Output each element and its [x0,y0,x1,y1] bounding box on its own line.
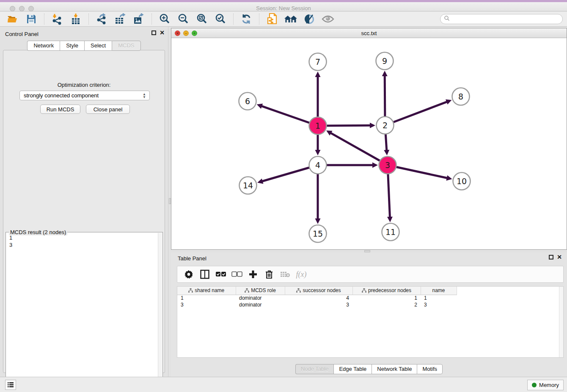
unselect-all-icon[interactable] [229,267,245,282]
svg-text:8: 8 [458,92,463,101]
svg-text:10: 10 [457,177,467,186]
cell[interactable]: 3 [421,301,457,308]
network-graph[interactable]: 7968124314101511 [171,38,567,249]
node-4[interactable]: 4 [309,157,327,174]
application-window: Session: New Session [0,0,567,392]
node-8[interactable]: 8 [452,88,470,105]
cell[interactable]: dominator [236,301,285,308]
cell[interactable]: dominator [236,295,285,301]
add-column-icon[interactable] [245,267,261,282]
column-header-name[interactable]: name [421,287,457,295]
select-stepper-icon: ▲▼ [142,92,147,99]
column-header-successor-nodes[interactable]: successor nodes [285,287,352,295]
delete-column-icon[interactable] [261,267,277,282]
cell[interactable]: 2 [352,301,421,308]
mcds-result-scrollbar[interactable] [158,233,162,391]
node-table[interactable]: shared nameMCDS rolesuccessor nodesprede… [177,286,564,358]
cell[interactable]: 3 [285,301,352,308]
node-1[interactable]: 1 [309,117,327,135]
open-session-icon[interactable] [3,12,22,26]
eye-icon[interactable] [319,12,337,26]
node-9[interactable]: 9 [376,52,394,70]
tab-network[interactable]: Network [27,41,60,51]
zoom-out-icon[interactable] [174,12,193,26]
cell[interactable]: 4 [285,295,352,301]
svg-text:1: 1 [315,121,320,130]
optimization-criterion-label: Optimization criterion: [3,82,165,88]
export-table-icon[interactable] [111,12,129,26]
arrowhead-icon [257,179,263,184]
table-row[interactable]: 3dominator323 [177,301,457,308]
network-canvas[interactable]: 7968124314101511 [171,38,567,249]
close-panel-button[interactable]: Close panel [86,105,130,114]
titlebar[interactable]: Session: New Session [0,2,567,11]
table-header-row: shared nameMCDS rolesuccessor nodesprede… [177,287,457,295]
column-header-MCDS-role[interactable]: MCDS role [236,287,285,295]
arrowhead-icon [315,150,321,155]
task-history-button[interactable] [5,380,16,390]
table-scrollbar[interactable] [559,287,563,357]
settings-gear-icon[interactable] [181,267,197,282]
import-network-icon[interactable] [48,12,66,26]
import-table-icon[interactable] [66,12,85,26]
tab-motifs[interactable]: Motifs [417,364,443,374]
node-7[interactable]: 7 [309,53,327,71]
search-input[interactable] [440,14,563,24]
table-panel-tabs: Node TableEdge TableNetwork TableMotifs [171,364,567,374]
network-window-titlebar[interactable]: ✕ − + scc.txt [171,28,567,38]
column-header-predecessor-nodes[interactable]: predecessor nodes [352,287,421,295]
tab-select[interactable]: Select [84,41,112,51]
node-6[interactable]: 6 [239,93,256,110]
select-all-icon[interactable] [213,267,229,282]
node-2[interactable]: 2 [377,117,394,134]
edge-2-8[interactable] [385,102,447,125]
node-11[interactable]: 11 [382,224,399,241]
arrowhead-icon [382,71,388,76]
tab-network-table[interactable]: Network Table [372,364,417,374]
horizontal-splitter[interactable] [171,250,567,253]
run-mcds-button[interactable]: Run MCDS [40,105,80,114]
tab-node-table[interactable]: Node Table [295,364,334,374]
homes-icon[interactable] [281,12,300,26]
edge-3-1[interactable] [330,133,388,165]
refresh-icon[interactable] [237,12,256,26]
table-panel: Table Panel ✕ [171,253,567,377]
float-panel-icon[interactable] [151,30,156,35]
splitter-handle[interactable] [364,250,370,252]
mcds-panel: Optimization criterion: strongly connect… [3,50,165,373]
export-image-icon[interactable] [129,12,148,26]
tab-mcds[interactable]: MCDS [112,41,140,51]
save-session-icon[interactable] [22,12,41,26]
split-panel-icon[interactable] [197,267,213,282]
hide-labels-icon[interactable] [300,12,319,26]
node-15[interactable]: 15 [309,225,327,243]
function-builder-icon: f(x) [293,267,309,282]
cell[interactable]: 1 [177,295,236,301]
vertical-splitter[interactable] [168,27,171,377]
zoom-fit-icon[interactable] [193,12,211,26]
table-row[interactable]: 1dominator411 [177,295,457,301]
export-network-icon[interactable] [92,12,111,26]
close-panel-icon[interactable]: ✕ [160,30,165,35]
close-panel-icon[interactable]: ✕ [557,255,562,259]
memory-button[interactable]: Memory [527,380,564,390]
tab-style[interactable]: Style [60,41,84,51]
node-table-grid[interactable]: shared nameMCDS rolesuccessor nodesprede… [177,287,457,308]
node-3[interactable]: 3 [379,157,396,174]
node-10[interactable]: 10 [453,173,471,190]
cell[interactable]: 3 [177,301,236,308]
network-from-file-icon[interactable] [263,12,281,26]
zoom-in-icon[interactable] [155,12,174,26]
cell[interactable]: 1 [421,295,457,301]
zoom-selected-icon[interactable] [211,12,230,26]
cell[interactable]: 1 [352,295,421,301]
node-14[interactable]: 14 [239,177,257,194]
column-header-shared-name[interactable]: shared name [177,287,236,295]
tab-edge-table[interactable]: Edge Table [333,364,372,374]
mcds-result-text[interactable]: 1 3 [7,234,157,391]
arrowhead-icon [315,218,321,224]
control-panel-tabs: NetworkStyleSelectMCDS [0,41,168,51]
float-panel-icon[interactable] [549,255,553,259]
arrowhead-icon [387,217,393,222]
criterion-select[interactable]: strongly connected component ▲▼ [19,91,150,100]
